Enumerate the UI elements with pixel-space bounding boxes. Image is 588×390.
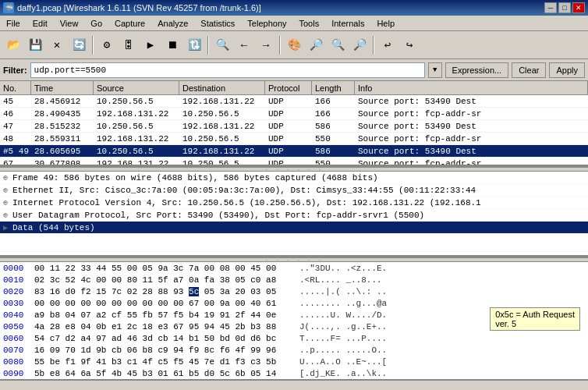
column-header-source[interactable]: Source (94, 81, 179, 94)
menu-item-tools[interactable]: Tools (293, 16, 326, 30)
hex-bytes: 02 3c 52 4c 00 00 80 11 5f a7 0a fa 38 0… (34, 275, 299, 285)
clear-filter-button[interactable]: Clear (512, 62, 546, 78)
column-header-no[interactable]: No. (0, 81, 31, 94)
packet-list: No. Time Source Destination Protocol Len… (0, 81, 588, 167)
hex-row: 002083 16 d0 f2 15 7c 02 28 88 93 5c 05 … (0, 285, 588, 297)
expression-button[interactable]: Expression... (445, 62, 509, 78)
hex-row: 007016 09 70 1d 9b cb 06 b8 c9 94 f9 8c … (0, 344, 588, 356)
menu-item-analyze[interactable]: Analyze (151, 16, 194, 30)
packet-row[interactable]: 4828.559311192.168.131.2210.250.56.5UDP5… (0, 133, 588, 145)
expand-icon[interactable]: ⊕ (3, 198, 12, 207)
hex-ascii: .....|.( ..\.: .. (299, 287, 585, 296)
filter-dropdown-button[interactable]: ▼ (428, 62, 442, 78)
hex-offset: 0080 (3, 357, 34, 367)
packet-cell: 28.456912 (31, 95, 94, 107)
zoom-in-button[interactable]: 🔎 (306, 35, 326, 55)
packet-cell: 10.250.56.5 (94, 120, 179, 132)
detail-row[interactable]: ⊕ Ethernet II, Src: Cisco_3c:7a:00 (00:0… (0, 184, 588, 197)
expand-icon[interactable]: ⊕ (3, 186, 12, 195)
column-header-destination[interactable]: Destination (179, 81, 265, 94)
menu-item-file[interactable]: File (0, 16, 27, 30)
column-header-length[interactable]: Length (312, 81, 355, 94)
packet-cell: Source port: 53490 Dest (355, 95, 588, 107)
menu-bar: FileEditViewGoCaptureAnalyzeStatisticsTe… (0, 16, 588, 31)
hex-bytes: 5b e8 64 6a 5f 4b 45 b3 01 61 b5 d0 5c 6… (34, 369, 299, 378)
hex-ascii: T.....F= ...P.... (299, 334, 585, 343)
packet-cell: 166 (312, 108, 355, 119)
hex-offset: 0090 (3, 369, 34, 378)
packet-cell: 46 (0, 108, 31, 119)
packet-cell: Source port: 53490 Dest (355, 120, 588, 132)
separator-4 (373, 36, 374, 55)
hex-offset: 0000 (3, 264, 34, 273)
hex-offset: 0040 (3, 310, 34, 320)
save-button[interactable]: 💾 (25, 35, 45, 55)
packet-row[interactable]: 4628.490435192.168.131.2210.250.56.5UDP1… (0, 108, 588, 120)
expand-icon[interactable]: ▶ (3, 223, 12, 232)
highlighted-byte: 5c (189, 287, 199, 296)
expand-icon[interactable]: ⊕ (3, 211, 12, 220)
menu-item-edit[interactable]: Edit (27, 16, 54, 30)
filter-input[interactable] (30, 62, 425, 78)
find-packet-button[interactable]: 🔍 (212, 35, 232, 55)
hex-annotation: 0x5c = Auth Requestver. 5 (490, 307, 580, 331)
menu-item-capture[interactable]: Capture (108, 16, 151, 30)
maximize-button[interactable]: □ (558, 2, 571, 13)
close-file-button[interactable]: ✕ (47, 35, 67, 55)
packet-cell: 30.677808 (31, 158, 94, 167)
hex-ascii: .<RL.... _..8... (299, 275, 585, 285)
packet-cell: 28.559311 (31, 133, 94, 144)
packet-cell: UDP (265, 108, 312, 119)
packet-cell: 28.490435 (31, 108, 94, 119)
capture-options-button[interactable]: 🎛 (119, 35, 139, 55)
restart-capture-button[interactable]: 🔃 (184, 35, 204, 55)
packet-row[interactable]: #5 4928.60569510.250.56.5192.168.131.22U… (0, 145, 588, 158)
detail-row[interactable]: ⊕ Frame 49: 586 bytes on wire (4688 bits… (0, 172, 588, 184)
next-packet-button[interactable]: → (256, 35, 276, 55)
close-button[interactable]: ✕ (572, 2, 585, 13)
column-header-protocol[interactable]: Protocol (265, 81, 312, 94)
colorize-button[interactable]: 🎨 (284, 35, 304, 55)
packet-cell: UDP (265, 133, 312, 144)
zoom-normal-button[interactable]: 🔎 (349, 35, 370, 55)
forward-button[interactable]: ↪ (399, 35, 420, 55)
prev-packet-button[interactable]: ← (234, 35, 254, 55)
zoom-out-button[interactable]: 🔍 (328, 35, 348, 55)
detail-row[interactable]: ⊕ User Datagram Protocol, Src Port: 5349… (0, 209, 588, 222)
open-button[interactable]: 📂 (3, 35, 23, 55)
packet-cell: 550 (312, 133, 355, 144)
splitter-handle: · · · · · · (265, 166, 324, 173)
hex-ascii: U...A..O ..E~...[ (299, 357, 585, 367)
title-bar-controls: ─ □ ✕ (544, 2, 585, 13)
separator-2 (207, 36, 209, 55)
packet-row[interactable]: 4528.45691210.250.56.5192.168.131.22UDP1… (0, 95, 588, 108)
hex-row: 000000 11 22 33 44 55 00 05 9a 3c 7a 00 … (0, 262, 588, 274)
menu-item-telephony[interactable]: Telephony (241, 16, 292, 30)
expand-icon[interactable]: ⊕ (3, 173, 12, 183)
start-capture-button[interactable]: ▶ (140, 35, 161, 55)
menu-item-view[interactable]: View (54, 16, 85, 30)
menu-item-internals[interactable]: Internals (325, 16, 370, 30)
capture-interfaces-button[interactable]: ⚙ (97, 35, 117, 55)
packet-list-header: No. Time Source Destination Protocol Len… (0, 81, 588, 95)
hex-bytes: 16 09 70 1d 9b cb 06 b8 c9 94 f9 8c f6 4… (34, 346, 299, 355)
detail-row[interactable]: ⊕ Internet Protocol Version 4, Src: 10.2… (0, 197, 588, 209)
back-button[interactable]: ↩ (377, 35, 398, 55)
stop-capture-button[interactable]: ⏹ (162, 35, 182, 55)
menu-item-go[interactable]: Go (84, 16, 108, 30)
column-header-time[interactable]: Time (31, 81, 94, 94)
apply-filter-button[interactable]: Apply (549, 62, 585, 78)
menu-item-statistics[interactable]: Statistics (194, 16, 241, 30)
hex-bytes: 00 11 22 33 44 55 00 05 9a 3c 7a 00 08 0… (34, 264, 299, 273)
packet-row[interactable]: 4728.51523210.250.56.5192.168.131.22UDP5… (0, 120, 588, 133)
reload-button[interactable]: 🔄 (69, 35, 89, 55)
detail-row[interactable]: ▶ Data (544 bytes) (0, 222, 588, 234)
minimize-button[interactable]: ─ (544, 2, 557, 13)
packet-details-rows: ⊕ Frame 49: 586 bytes on wire (4688 bits… (0, 172, 588, 234)
title-bar-left: 🦈 daffy1.pcap [Wireshark 1.6.11 (SVN Rev… (3, 2, 261, 13)
hex-ascii: ..p..... .....O.. (299, 346, 585, 355)
separator-3 (279, 36, 281, 55)
column-header-info[interactable]: Info (355, 81, 588, 94)
packet-cell: 192.168.131.22 (94, 108, 179, 119)
menu-item-help[interactable]: Help (370, 16, 401, 30)
